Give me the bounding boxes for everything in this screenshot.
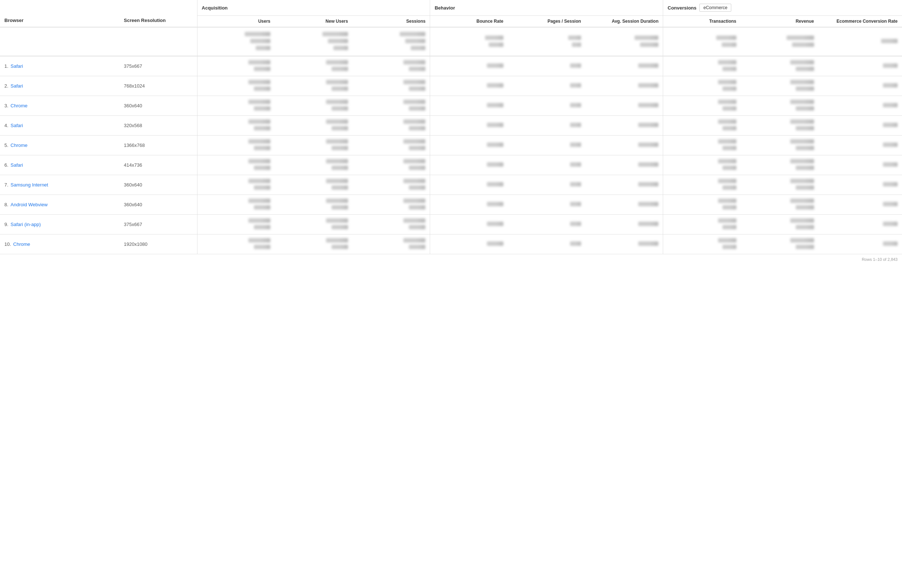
browser-cell: 7.Samsung Internet bbox=[0, 175, 119, 195]
sessions-col-header: Sessions bbox=[352, 16, 430, 28]
browser-cell: 6.Safari bbox=[0, 155, 119, 175]
browser-link[interactable]: Android Webview bbox=[11, 202, 48, 207]
data-cell-0 bbox=[197, 136, 275, 155]
pagination-label: Rows 1–10 of 2,843 bbox=[862, 257, 897, 261]
transactions-col-header: Transactions bbox=[663, 16, 741, 28]
totals-users-cell bbox=[197, 27, 275, 56]
browser-cell: 10.Chrome bbox=[0, 235, 119, 254]
browser-link[interactable]: Safari bbox=[11, 162, 23, 168]
data-cell-4 bbox=[508, 175, 586, 195]
browser-link[interactable]: Safari bbox=[11, 123, 23, 128]
data-cell-6 bbox=[663, 235, 741, 254]
data-cell-2 bbox=[352, 155, 430, 175]
data-cell-7 bbox=[741, 215, 819, 235]
data-cell-0 bbox=[197, 235, 275, 254]
data-cell-5 bbox=[586, 215, 663, 235]
data-cell-7 bbox=[741, 96, 819, 116]
row-number: 9. bbox=[5, 222, 8, 227]
data-cell-6 bbox=[663, 215, 741, 235]
users-col-header: Users bbox=[197, 16, 275, 28]
table-row: 8.Android Webview360x640 bbox=[0, 195, 902, 215]
table-row: 4.Safari320x568 bbox=[0, 116, 902, 136]
data-cell-4 bbox=[508, 235, 586, 254]
totals-ecommerce-rate-cell bbox=[819, 27, 902, 56]
browser-link[interactable]: Safari (in-app) bbox=[11, 222, 41, 227]
data-cell-7 bbox=[741, 116, 819, 136]
browser-label: Browser bbox=[5, 17, 23, 23]
totals-revenue-cell bbox=[741, 27, 819, 56]
browser-link[interactable]: Chrome bbox=[11, 103, 28, 108]
table-row: 10.Chrome1920x1080 bbox=[0, 235, 902, 254]
new-users-header-label: New Users bbox=[326, 19, 348, 24]
browser-link[interactable]: Safari bbox=[11, 63, 23, 69]
data-cell-1 bbox=[275, 175, 352, 195]
data-cell-5 bbox=[586, 96, 663, 116]
data-cell-4 bbox=[508, 96, 586, 116]
browser-link[interactable]: Safari bbox=[11, 83, 23, 89]
conversions-label: Conversions bbox=[667, 5, 697, 11]
browser-link[interactable]: Chrome bbox=[11, 142, 28, 148]
table-row: 2.Safari768x1024 bbox=[0, 76, 902, 96]
resolution-cell: 360x640 bbox=[119, 96, 197, 116]
data-cell-5 bbox=[586, 195, 663, 215]
data-cell-5 bbox=[586, 136, 663, 155]
data-cell-8 bbox=[819, 195, 902, 215]
browser-cell: 5.Chrome bbox=[0, 136, 119, 155]
data-cell-6 bbox=[663, 195, 741, 215]
data-cell-0 bbox=[197, 56, 275, 76]
row-number: 3. bbox=[5, 103, 8, 108]
data-cell-2 bbox=[352, 136, 430, 155]
row-number: 6. bbox=[5, 162, 8, 168]
data-cell-4 bbox=[508, 155, 586, 175]
data-cell-3 bbox=[430, 195, 508, 215]
data-cell-3 bbox=[430, 175, 508, 195]
data-cell-1 bbox=[275, 215, 352, 235]
totals-transactions-cell bbox=[663, 27, 741, 56]
data-cell-3 bbox=[430, 76, 508, 96]
row-number: 1. bbox=[5, 63, 8, 69]
data-cell-3 bbox=[430, 116, 508, 136]
totals-pages-cell bbox=[508, 27, 586, 56]
data-cell-1 bbox=[275, 155, 352, 175]
data-cell-6 bbox=[663, 96, 741, 116]
data-cell-0 bbox=[197, 116, 275, 136]
row-number: 2. bbox=[5, 83, 8, 89]
data-cell-4 bbox=[508, 116, 586, 136]
data-cell-3 bbox=[430, 155, 508, 175]
data-cell-7 bbox=[741, 136, 819, 155]
resolution-cell: 320x568 bbox=[119, 116, 197, 136]
data-cell-3 bbox=[430, 56, 508, 76]
browser-link[interactable]: Samsung Internet bbox=[11, 182, 49, 188]
table-row: 1.Safari375x667 bbox=[0, 56, 902, 76]
data-cell-2 bbox=[352, 116, 430, 136]
resolution-cell: 1920x1080 bbox=[119, 235, 197, 254]
data-cell-5 bbox=[586, 116, 663, 136]
data-cell-5 bbox=[586, 155, 663, 175]
table-row: 5.Chrome1366x768 bbox=[0, 136, 902, 155]
data-cell-2 bbox=[352, 175, 430, 195]
data-cell-8 bbox=[819, 235, 902, 254]
totals-browser-cell bbox=[0, 27, 119, 56]
totals-avg-session-cell bbox=[586, 27, 663, 56]
browser-link[interactable]: Chrome bbox=[13, 241, 30, 247]
ecommerce-rate-header-label: Ecommerce Conversion Rate bbox=[836, 19, 897, 24]
data-cell-4 bbox=[508, 56, 586, 76]
bounce-rate-col-header: Bounce Rate bbox=[430, 16, 508, 28]
resolution-cell: 360x640 bbox=[119, 195, 197, 215]
browser-cell: 3.Chrome bbox=[0, 96, 119, 116]
data-cell-1 bbox=[275, 195, 352, 215]
row-number: 5. bbox=[5, 142, 8, 148]
pages-session-header-label: Pages / Session bbox=[547, 19, 581, 24]
row-number: 7. bbox=[5, 182, 8, 188]
data-cell-7 bbox=[741, 175, 819, 195]
data-cell-8 bbox=[819, 175, 902, 195]
data-cell-1 bbox=[275, 136, 352, 155]
ecommerce-rate-col-header: Ecommerce Conversion Rate bbox=[819, 16, 902, 28]
avg-session-col-header: Avg. Session Duration bbox=[586, 16, 663, 28]
resolution-cell: 414x736 bbox=[119, 155, 197, 175]
ecommerce-dropdown[interactable]: eCommerce bbox=[699, 4, 731, 12]
pages-session-col-header: Pages / Session bbox=[508, 16, 586, 28]
group-header-row: Browser Screen Resolution Acquisition Be… bbox=[0, 0, 902, 16]
behavior-group-header: Behavior bbox=[430, 0, 663, 16]
browser-cell: 4.Safari bbox=[0, 116, 119, 136]
